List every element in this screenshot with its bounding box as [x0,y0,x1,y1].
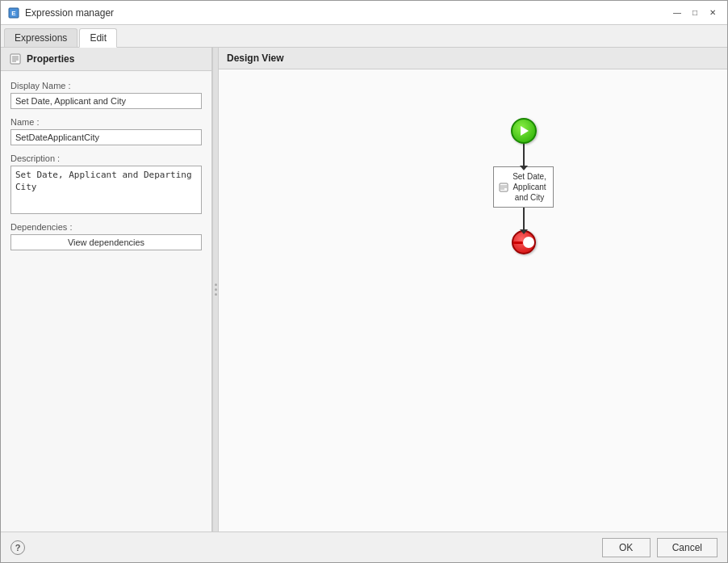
name-label: Name : [10,117,202,127]
expression-manager-window: E Expression manager — □ ✕ Expressions E… [0,0,728,563]
flow-start-node[interactable] [511,118,537,144]
flow-arrow-1 [523,144,525,166]
dependencies-group: Dependencies : View dependencies [10,222,202,250]
view-dependencies-button[interactable]: View dependencies [10,234,202,250]
flow-arrow-2 [523,208,525,230]
design-view-label: Design View [227,53,283,64]
left-panel: Properties Display Name : Name : Descrip… [1,48,212,531]
minimize-button[interactable]: — [669,5,685,21]
task-node-icon [499,183,508,192]
cancel-button[interactable]: Cancel [657,538,718,557]
right-panel: Design View [219,48,727,531]
name-group: Name : [10,117,202,145]
description-group: Description : Set Date, Applicant and De… [10,153,202,214]
design-canvas[interactable]: Set Date, Applicant and City [219,69,727,531]
flow-diagram: Set Date, Applicant and City [493,118,554,254]
flow-task-label: Set Date, Applicant and City [511,171,548,203]
description-label: Description : [10,153,202,163]
tab-edit[interactable]: Edit [79,28,117,48]
properties-icon [9,53,22,65]
properties-label: Properties [27,53,74,65]
window-title: Expression manager [25,7,114,19]
tab-bar: Expressions Edit [1,25,727,48]
svg-rect-2 [10,54,20,64]
display-name-input[interactable] [10,93,202,109]
display-name-label: Display Name : [10,81,202,90]
help-button[interactable]: ? [10,540,25,555]
display-name-group: Display Name : [10,81,202,109]
splitter-dot-1 [215,284,217,286]
maximize-button[interactable]: □ [687,5,703,21]
description-textarea[interactable]: Set Date, Applicant and Departing City [10,166,202,214]
bottom-bar: ? OK Cancel [1,531,727,562]
design-view-header: Design View [219,48,727,69]
flow-end-inner [513,242,523,244]
tab-expressions[interactable]: Expressions [4,28,77,47]
properties-header: Properties [1,48,211,71]
svg-text:E: E [11,10,16,17]
properties-body: Display Name : Name : Description : Set … [1,71,211,531]
name-input[interactable] [10,129,202,145]
bottom-left: ? [10,540,25,555]
dependencies-label: Dependencies : [10,222,202,232]
main-content: Properties Display Name : Name : Descrip… [1,48,727,531]
bottom-right: OK Cancel [602,538,718,557]
title-bar: E Expression manager — □ ✕ [1,1,727,25]
ok-button[interactable]: OK [602,538,651,557]
title-controls: — □ ✕ [669,5,721,21]
app-icon: E [7,6,20,19]
title-bar-left: E Expression manager [7,6,114,19]
close-button[interactable]: ✕ [705,5,721,21]
panel-splitter[interactable] [212,48,219,531]
flow-task-node[interactable]: Set Date, Applicant and City [493,166,554,208]
splitter-dot-3 [215,293,217,296]
splitter-dot-2 [215,288,217,291]
